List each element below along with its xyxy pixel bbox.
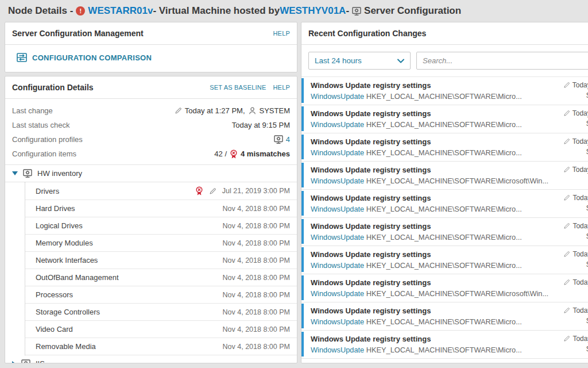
tree-item[interactable]: Hard Drives Nov 4, 2018 8:00 PM (25, 200, 297, 217)
change-time: Today at 6:54 AM (572, 278, 588, 286)
tree-item[interactable]: Network Interfaces Nov 4, 2018 8:00 PM (25, 252, 297, 269)
tree-item-name: Removable Media (36, 342, 96, 351)
change-item[interactable]: Windows Update registry settings Windows… (301, 218, 588, 246)
config-items-tree: HW inventory Drivers Jul 21, 2019 3:00 P… (5, 164, 297, 363)
tree-item[interactable]: OutOfBand Management Nov 4, 2018 8:00 PM (25, 269, 297, 286)
items-label: Configuration items (12, 150, 76, 158)
change-registry-path: HKEY_LOCAL_MACHINE\SOFTWARE\Micro... (366, 233, 522, 241)
change-source-link[interactable]: WindowsUpdate (311, 289, 364, 298)
change-item[interactable]: Windows Update registry settings Windows… (301, 246, 588, 274)
monitor-gear-icon (274, 135, 283, 144)
node-alert-icon: ! (76, 6, 85, 16)
monitor-gear-icon (21, 359, 30, 363)
tree-item-date: Jul 21, 2019 3:00 PM (222, 187, 290, 195)
change-source-link[interactable]: WindowsUpdate (311, 177, 364, 185)
tree-item-date: Nov 4, 2018 8:00 PM (223, 308, 290, 316)
tree-item[interactable]: Memory Modules Nov 4, 2018 8:00 PM (25, 235, 297, 252)
tree-item[interactable]: Video Card Nov 4, 2018 8:00 PM (25, 321, 297, 338)
tree-item-name: Processors (36, 290, 73, 299)
node-name-link[interactable]: WESTARR01v (88, 5, 153, 17)
change-item[interactable]: Windows Update registry settings Windows… (301, 77, 588, 105)
page-title-middle: - Virtual Machine hosted by (153, 5, 280, 17)
change-title: Windows Update registry settings (311, 81, 522, 90)
pencil-icon (175, 107, 182, 114)
pencil-icon (563, 335, 570, 342)
profiles-count-link[interactable]: 4 (286, 135, 290, 144)
pencil-icon (563, 223, 570, 229)
change-item[interactable]: Windows Update registry settings Windows… (301, 274, 588, 302)
change-time: Today at 6:50 AM (572, 306, 588, 315)
change-source-link[interactable]: WindowsUpdate (311, 317, 364, 326)
change-source-link[interactable]: WindowsUpdate (311, 261, 364, 270)
change-item[interactable]: Windows Update registry settings Windows… (301, 331, 588, 359)
pencil-icon (563, 307, 570, 314)
tree-item-name: Network Interfaces (36, 256, 98, 264)
search-box (416, 52, 588, 70)
profiles-label: Configuration profiles (12, 135, 83, 144)
pencil-icon (563, 251, 570, 258)
change-source-link[interactable]: WindowsUpdate (311, 92, 364, 101)
person-icon (248, 106, 257, 115)
mismatch-badge-icon (195, 186, 203, 195)
tree-item-name: OutOfBand Management (36, 273, 119, 282)
pencil-icon (563, 166, 570, 173)
time-filter-dropdown[interactable]: Last 24 hours (308, 52, 411, 70)
tree-group-hw-inventory[interactable]: HW inventory (5, 164, 297, 182)
change-registry-path: HKEY_LOCAL_MACHINE\SOFTWARE\Micro... (366, 92, 522, 101)
host-name-link[interactable]: WESTHYV01A (280, 5, 346, 17)
configuration-comparison-button[interactable]: CONFIGURATION COMPARISON (17, 52, 152, 63)
change-title: Windows Update registry settings (311, 278, 548, 287)
server-config-icon (352, 7, 361, 16)
tree-item-date: Nov 4, 2018 8:00 PM (223, 325, 290, 334)
change-registry-path: HKEY_LOCAL_MACHINE\SOFTWARE\Microsoft\Wi… (366, 289, 548, 298)
change-time: Today at 1:30 PM (572, 109, 588, 117)
change-source-link[interactable]: WindowsUpdate (311, 233, 364, 241)
change-registry-path: HKEY_LOCAL_MACHINE\SOFTWARE\Micro... (366, 205, 522, 213)
tree-item[interactable]: Storage Controllers Nov 4, 2018 8:00 PM (25, 304, 297, 321)
tree-item[interactable]: Logical Drives Nov 4, 2018 8:00 PM (25, 217, 297, 235)
tree-item-date: Nov 4, 2018 8:00 PM (223, 239, 290, 247)
tree-item-date: Nov 4, 2018 8:00 PM (223, 205, 290, 213)
change-registry-path: HKEY_LOCAL_MACHINE\SOFTWARE\Micro... (366, 148, 522, 157)
change-item[interactable]: Windows Update registry settings Windows… (301, 133, 588, 162)
scm-help-link[interactable]: HELP (273, 30, 290, 37)
change-registry-path: HKEY_LOCAL_MACHINE\SOFTWARE\Micro... (366, 120, 522, 129)
change-source-link[interactable]: WindowsUpdate (311, 205, 364, 213)
page-title-section: Server Configuration (364, 5, 461, 17)
change-source-link[interactable]: WindowsUpdate (311, 120, 364, 129)
details-help-link[interactable]: HELP (273, 84, 290, 91)
change-title: Windows Update registry settings (311, 306, 522, 315)
change-title: Windows Update registry settings (311, 166, 548, 174)
details-panel-title: Configuration Details (12, 83, 94, 92)
change-time: Today at 1:30 PM (572, 81, 588, 89)
tree-item-date: Nov 4, 2018 8:00 PM (223, 291, 290, 299)
change-title: Windows Update registry settings (311, 250, 522, 259)
change-item[interactable]: Windows Update registry settings Windows… (301, 190, 588, 218)
change-registry-path: HKEY_LOCAL_MACHINE\SOFTWARE\Micro... (366, 346, 522, 354)
change-registry-path: HKEY_LOCAL_MACHINE\SOFTWARE\Micro... (366, 261, 522, 270)
pencil-icon (563, 110, 570, 117)
change-item[interactable]: Windows Update registry settings Windows… (301, 162, 588, 190)
last-change-label: Last change (12, 106, 53, 115)
change-source-link[interactable]: WindowsUpdate (311, 346, 364, 354)
scm-panel-title: Server Configuration Management (12, 29, 144, 38)
change-title: Windows Update registry settings (311, 222, 522, 231)
tree-item-name: Hard Drives (36, 204, 75, 213)
change-title: Windows Update registry settings (311, 137, 522, 146)
tree-item[interactable]: Drivers Jul 21, 2019 3:00 PM (25, 182, 297, 200)
search-input[interactable] (417, 52, 588, 69)
pencil-icon (563, 194, 570, 201)
tree-item[interactable]: Removable Media Nov 4, 2018 8:00 PM (25, 338, 297, 355)
last-status-value: Today at 9:15 PM (232, 121, 290, 129)
tree-item[interactable]: Processors Nov 4, 2018 8:00 PM (25, 286, 297, 304)
change-source-link[interactable]: WindowsUpdate (311, 148, 364, 157)
change-item[interactable]: Windows Update registry settings Windows… (301, 105, 588, 133)
set-as-baseline-link[interactable]: SET AS BASELINE (210, 84, 266, 91)
collapse-triangle-icon[interactable] (12, 171, 18, 175)
tree-group-iis[interactable]: IIS (5, 355, 297, 363)
tree-group-label: HW inventory (37, 169, 82, 178)
change-time: Today at 1:27 PM (572, 137, 588, 145)
expand-triangle-icon[interactable] (12, 361, 16, 364)
change-item[interactable]: Windows Update registry settings Windows… (301, 302, 588, 331)
pencil-icon (209, 187, 216, 195)
